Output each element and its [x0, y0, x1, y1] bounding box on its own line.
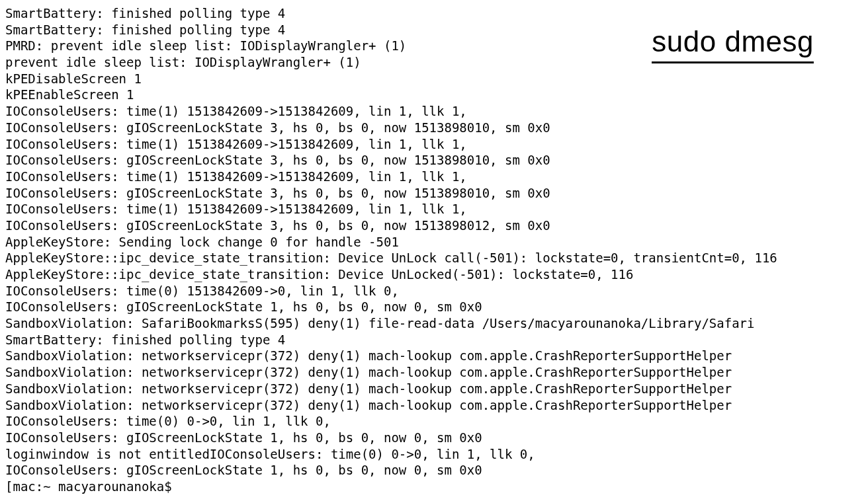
log-line: IOConsoleUsers: gIOScreenLockState 3, hs… [5, 217, 863, 234]
log-line: IOConsoleUsers: gIOScreenLockState 1, hs… [5, 430, 863, 446]
log-line: SandboxViolation: networkservicepr(372) … [5, 364, 863, 381]
log-line: kPEEnableScreen 1 [5, 87, 863, 103]
log-line: SandboxViolation: networkservicepr(372) … [5, 381, 863, 397]
log-line: SmartBattery: finished polling type 4 [5, 5, 863, 22]
log-line: IOConsoleUsers: gIOScreenLockState 1, hs… [5, 462, 863, 479]
log-line: IOConsoleUsers: gIOScreenLockState 3, hs… [5, 185, 863, 202]
log-line: SandboxViolation: networkservicepr(372) … [5, 397, 863, 414]
log-line: IOConsoleUsers: time(1) 1513842609->1513… [5, 103, 863, 120]
log-line: loginwindow is not entitledIOConsoleUser… [5, 446, 863, 463]
log-line: IOConsoleUsers: time(0) 0->0, lin 1, llk… [5, 413, 863, 430]
log-line: IOConsoleUsers: gIOScreenLockState 3, hs… [5, 120, 863, 136]
log-line: SandboxViolation: networkservicepr(372) … [5, 348, 863, 364]
log-line: IOConsoleUsers: time(0) 1513842609->0, l… [5, 283, 863, 299]
shell-prompt[interactable]: [mac:~ macyarounanoka$ [5, 479, 863, 495]
log-line: IOConsoleUsers: time(1) 1513842609->1513… [5, 201, 863, 217]
log-line: SandboxViolation: SafariBookmarksS(595) … [5, 315, 863, 332]
log-line: AppleKeyStore: Sending lock change 0 for… [5, 234, 863, 251]
log-line: IOConsoleUsers: time(1) 1513842609->1513… [5, 169, 863, 185]
log-line: AppleKeyStore::ipc_device_state_transiti… [5, 250, 863, 266]
log-line: AppleKeyStore::ipc_device_state_transiti… [5, 266, 863, 283]
log-line: kPEDisableScreen 1 [5, 71, 863, 87]
log-line: SmartBattery: finished polling type 4 [5, 332, 863, 348]
log-line: IOConsoleUsers: gIOScreenLockState 3, hs… [5, 152, 863, 169]
annotation-label: sudo dmesg [652, 22, 814, 63]
terminal-output: SmartBattery: finished polling type 4Sma… [5, 5, 863, 479]
log-line: IOConsoleUsers: gIOScreenLockState 1, hs… [5, 299, 863, 315]
log-line: IOConsoleUsers: time(1) 1513842609->1513… [5, 136, 863, 153]
